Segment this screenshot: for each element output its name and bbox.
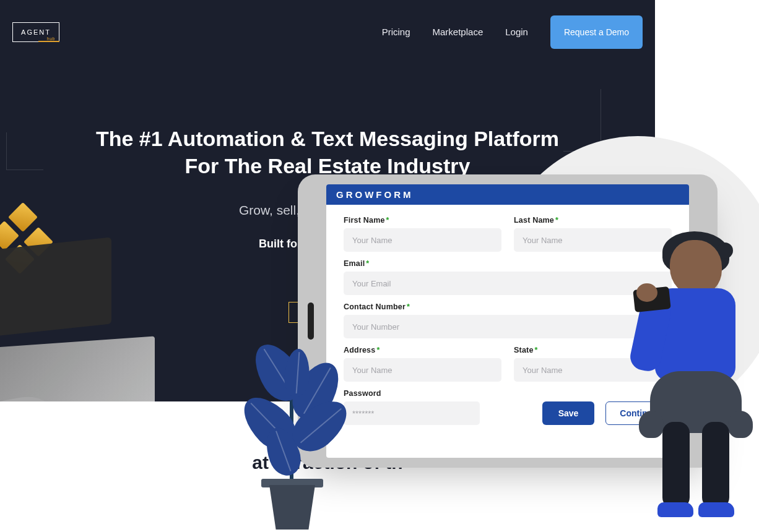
first-name-label: First Name*	[344, 216, 501, 225]
site-header: AGENT hub Pricing Marketplace Login Requ…	[0, 0, 655, 64]
first-name-input[interactable]	[344, 228, 501, 252]
nav-pricing[interactable]: Pricing	[382, 27, 410, 37]
nav-login[interactable]: Login	[505, 27, 528, 37]
primary-nav: Pricing Marketplace Login Request a Demo	[382, 15, 643, 49]
password-label: Password	[344, 389, 480, 398]
person-illustration	[636, 240, 759, 531]
save-button[interactable]: Save	[542, 401, 595, 425]
plant-illustration	[233, 344, 357, 530]
site-logo[interactable]: AGENT hub	[12, 22, 59, 42]
logo-main-text: AGENT	[21, 28, 51, 36]
email-label: Email*	[344, 259, 672, 268]
form-container: GROWFORM First Name* Last Name*	[326, 184, 689, 458]
contact-number-label: Contact Number*	[344, 302, 672, 311]
contact-number-input[interactable]	[344, 315, 672, 338]
decorative-laptop	[0, 244, 136, 401]
last-name-label: Last Name*	[514, 216, 672, 225]
nav-marketplace[interactable]: Marketplace	[433, 27, 484, 37]
hero-title-line1: The #1 Automation & Text Messaging Platf…	[96, 127, 559, 150]
password-input[interactable]	[344, 401, 480, 425]
logo-sub-text: hub	[47, 36, 55, 41]
form-brand-header: GROWFORM	[326, 184, 689, 205]
request-demo-button[interactable]: Request a Demo	[550, 15, 643, 49]
email-input[interactable]	[344, 272, 672, 295]
address-input[interactable]	[344, 358, 501, 382]
address-label: Address*	[344, 346, 501, 354]
